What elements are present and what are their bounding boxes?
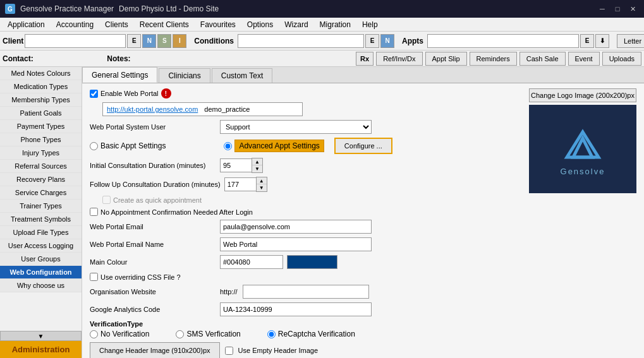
tab-clinicians[interactable]: Clinicians [159, 68, 210, 83]
basic-appt-radio[interactable]: Basic Appt Settings [90, 141, 166, 150]
initial-consult-up[interactable]: ▲ [252, 158, 262, 165]
sidebar-item-why-choose[interactable]: Why choose us [0, 279, 82, 292]
system-user-select[interactable]: Support [220, 120, 372, 134]
sms-verification-radio[interactable]: SMS Verfication [176, 330, 240, 338]
conditions-n-btn[interactable]: N [380, 34, 394, 48]
sidebar-item-patient-goals[interactable]: Patient Goals [0, 107, 82, 120]
use-css-label: Use overriding CSS File ? [100, 273, 181, 281]
menu-accounting[interactable]: Accounting [51, 19, 99, 30]
use-css-checkbox[interactable] [90, 273, 98, 281]
sidebar-item-user-access[interactable]: User Access Logging [0, 239, 82, 253]
recaptcha-input[interactable] [267, 330, 276, 338]
change-header-button[interactable]: Change Header Image (910x200)px [90, 342, 220, 358]
sidebar-item-membership[interactable]: Membership Types [0, 93, 82, 107]
tab-custom-text[interactable]: Custom Text [212, 68, 272, 83]
appts-e-btn[interactable]: E [580, 34, 594, 48]
appts-download-btn[interactable]: ⬇ [595, 34, 609, 48]
enable-web-portal-label: Enable Web Portal [100, 90, 159, 97]
followup-consult-up[interactable]: ▲ [257, 177, 267, 184]
reminders-button[interactable]: Reminders [470, 52, 517, 66]
sidebar-item-upload[interactable]: Upload File Types [0, 226, 82, 239]
letter-button[interactable]: Letter [617, 34, 644, 48]
sidebar-item-medication[interactable]: Medication Types [0, 80, 82, 93]
url-value-input[interactable] [202, 102, 303, 116]
sidebar-item-phone[interactable]: Phone Types [0, 133, 82, 146]
client-n-btn[interactable]: N [142, 34, 156, 48]
followup-consult-row: Follow Up Consultation Duration (minutes… [90, 177, 523, 192]
org-website-label: Organisation Website [90, 288, 216, 295]
enable-web-portal-checkbox[interactable] [90, 90, 98, 98]
no-verification-radio[interactable]: No Verification [90, 330, 149, 338]
title-bar: G Gensolve Practice Manager Demo Physio … [0, 0, 644, 18]
sidebar-footer: Administration [0, 341, 82, 358]
menu-help[interactable]: Help [357, 19, 383, 30]
initial-consult-input[interactable] [220, 158, 252, 172]
sidebar-item-user-groups[interactable]: User Groups [0, 253, 82, 266]
advanced-appt-radio[interactable]: Advanced Appt Settings [224, 140, 324, 152]
cash-sale-button[interactable]: Cash Sale [519, 52, 566, 66]
menu-options[interactable]: Options [242, 19, 278, 30]
client-s-btn[interactable]: S [157, 34, 171, 48]
menu-wizard[interactable]: Wizard [279, 19, 313, 30]
client-i-btn[interactable]: I [173, 34, 186, 48]
menu-application[interactable]: Application [3, 19, 50, 30]
appt-slip-button[interactable]: Appt Slip [425, 52, 467, 66]
sidebar-scroll-down[interactable]: ▼ [0, 331, 82, 341]
org-website-input[interactable] [243, 285, 369, 299]
followup-consult-down[interactable]: ▼ [257, 184, 267, 191]
logo-text: Gensolve [561, 167, 605, 176]
sidebar-item-med-notes[interactable]: Med Notes Colours [0, 67, 82, 80]
sms-verification-input[interactable] [176, 330, 184, 338]
contact-label: Contact: [3, 54, 33, 63]
initial-consult-down[interactable]: ▼ [252, 165, 262, 172]
conditions-input[interactable] [238, 34, 364, 48]
minimize-button[interactable]: ─ [596, 4, 609, 14]
appts-input[interactable] [427, 34, 579, 48]
menu-migration[interactable]: Migration [315, 19, 356, 30]
basic-appt-label: Basic Appt Settings [100, 141, 166, 150]
client-input[interactable] [25, 34, 126, 48]
no-verification-input[interactable] [90, 330, 98, 338]
recaptcha-radio[interactable]: ReCaptcha Verification [267, 330, 355, 338]
event-button[interactable]: Event [568, 52, 600, 66]
app-icon: G [5, 4, 15, 14]
client-e-btn[interactable]: E [127, 34, 141, 48]
use-empty-header-checkbox[interactable] [225, 347, 233, 355]
sidebar-item-treatment[interactable]: Treatment Symbols [0, 213, 82, 226]
maximize-button[interactable]: □ [611, 4, 624, 14]
portal-url-link[interactable]: http://ukt-portal.gensolve.com [102, 102, 202, 116]
form-area: Change Logo Image (200x200)px Gensolve E… [82, 83, 644, 358]
main-colour-input[interactable] [220, 255, 283, 269]
conditions-e-btn[interactable]: E [365, 34, 379, 48]
colour-swatch[interactable] [287, 255, 337, 269]
uploads-button[interactable]: Uploads [602, 52, 641, 66]
sidebar-item-injury[interactable]: Injury Types [0, 146, 82, 160]
sidebar-item-service[interactable]: Service Charges [0, 186, 82, 200]
no-appt-confirm-checkbox[interactable] [90, 208, 98, 216]
toolbar-row2: Contact: Notes: Rx Ref/Inv/Dx Appt Slip … [0, 51, 644, 67]
configure-button[interactable]: Configure ... [334, 138, 392, 154]
advanced-appt-label: Advanced Appt Settings [234, 140, 324, 152]
sidebar-item-web-config[interactable]: Web Configuration [0, 266, 82, 279]
change-logo-button[interactable]: Change Logo Image (200x200)px [529, 88, 636, 102]
advanced-appt-radio-input[interactable] [224, 142, 232, 150]
web-portal-email-input[interactable] [220, 220, 372, 234]
sidebar-item-referral[interactable]: Referral Sources [0, 160, 82, 173]
close-button[interactable]: ✕ [626, 4, 639, 14]
rx-button[interactable]: Rx [356, 52, 374, 66]
logo-image [557, 122, 608, 167]
sidebar-item-trainer[interactable]: Trainer Types [0, 200, 82, 213]
site-name: Demo Physio Ltd - Demo Site [119, 4, 219, 13]
google-analytics-input[interactable] [220, 302, 372, 316]
menu-favourites[interactable]: Favourites [195, 19, 241, 30]
menu-recent-clients[interactable]: Recent Clients [135, 19, 194, 30]
tab-general-settings[interactable]: General Settings [82, 67, 157, 83]
sidebar-item-payment[interactable]: Payment Types [0, 120, 82, 133]
web-portal-email-name-input[interactable] [220, 237, 372, 251]
system-user-label: Web Portal System User [90, 123, 216, 131]
ref-inv-dx-button[interactable]: Ref/Inv/Dx [376, 52, 422, 66]
menu-clients[interactable]: Clients [100, 19, 133, 30]
followup-consult-input[interactable] [224, 177, 256, 191]
sidebar-item-recovery[interactable]: Recovery Plans [0, 173, 82, 186]
basic-appt-radio-input[interactable] [90, 142, 98, 150]
